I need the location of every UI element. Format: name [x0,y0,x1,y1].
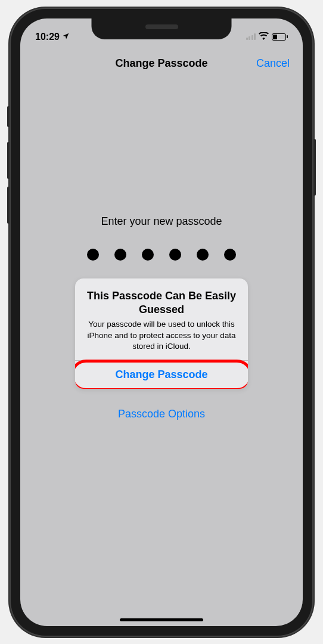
passcode-prompt: Enter your new passcode [101,215,222,228]
notch [92,18,232,39]
volume-down-button [7,187,10,224]
change-passcode-button[interactable]: Change Passcode [75,361,248,389]
alert-title: This Passcode Can Be Easily Guessed [86,289,237,317]
passcode-dot [142,249,154,261]
battery-icon [272,33,288,41]
content-area: Enter your new passcode This Passcode Ca… [20,18,303,626]
passcode-dot [87,249,99,261]
phone-frame: 10:29 C [10,8,313,637]
mute-switch [7,106,10,127]
wifi-icon [259,32,269,42]
status-bar-left: 10:29 [35,32,70,42]
passcode-dot [224,249,236,261]
home-indicator[interactable] [120,618,203,621]
status-bar-right [246,32,288,42]
cellular-signal-icon [246,33,256,40]
volume-up-button [7,142,10,179]
alert-dialog: This Passcode Can Be Easily Guessed Your… [75,278,248,389]
passcode-entry[interactable] [87,249,236,261]
phone-side-buttons-right [313,139,316,196]
alert-content: This Passcode Can Be Easily Guessed Your… [75,278,248,360]
screen: 10:29 C [20,18,303,626]
status-time: 10:29 [35,32,60,42]
power-button [313,139,316,196]
passcode-options-button[interactable]: Passcode Options [118,408,205,420]
location-icon [62,32,70,42]
alert-button-container: Change Passcode [75,360,248,389]
passcode-dot [197,249,209,261]
passcode-dot [169,249,181,261]
passcode-dot [114,249,126,261]
alert-message: Your passcode will be used to unlock thi… [86,319,237,352]
